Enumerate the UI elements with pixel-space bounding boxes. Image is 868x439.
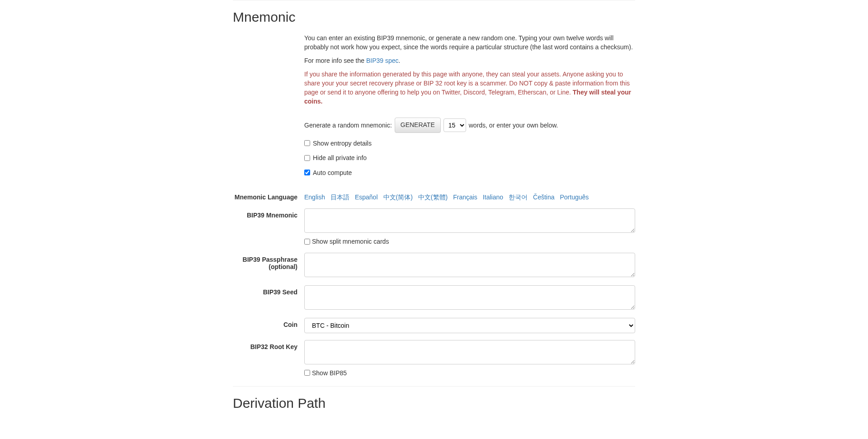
show-entropy-label-wrapper[interactable]: Show entropy details bbox=[304, 140, 372, 147]
more-info-prefix: For more info see the bbox=[304, 57, 366, 64]
coin-label: Coin bbox=[233, 318, 304, 328]
seed-input[interactable] bbox=[304, 285, 635, 310]
show-entropy-label: Show entropy details bbox=[313, 140, 372, 147]
show-entropy-checkbox[interactable] bbox=[304, 140, 310, 146]
seed-label: BIP39 Seed bbox=[233, 285, 304, 296]
derivation-heading: Derivation Path bbox=[233, 396, 635, 411]
generate-suffix: words, or enter your own below. bbox=[469, 122, 558, 129]
hide-private-checkbox[interactable] bbox=[304, 155, 310, 161]
bip39-mnemonic-input[interactable] bbox=[304, 208, 635, 233]
more-info-suffix: . bbox=[399, 57, 401, 64]
language-label: Mnemonic Language bbox=[233, 190, 304, 201]
generate-button[interactable]: GENERATE bbox=[395, 118, 441, 133]
language-link[interactable]: Italiano bbox=[483, 194, 503, 202]
languages-list: English 日本語 Español 中文(简体) 中文(繁體) França… bbox=[304, 190, 635, 202]
bip39-mnemonic-label: BIP39 Mnemonic bbox=[233, 208, 304, 219]
hide-private-label-wrapper[interactable]: Hide all private info bbox=[304, 154, 367, 161]
root-key-label: BIP32 Root Key bbox=[233, 340, 304, 350]
show-bip85-wrapper[interactable]: Show BIP85 bbox=[304, 369, 347, 377]
top-divider bbox=[233, 0, 635, 0]
language-link[interactable]: Português bbox=[560, 194, 589, 202]
passphrase-input[interactable] bbox=[304, 253, 635, 277]
generate-prefix: Generate a random mnemonic: bbox=[304, 122, 392, 129]
more-info-text: For more info see the BIP39 spec. bbox=[304, 57, 635, 66]
show-bip85-label: Show BIP85 bbox=[312, 369, 347, 377]
section-divider bbox=[233, 386, 635, 387]
auto-compute-checkbox[interactable] bbox=[304, 170, 310, 175]
bip39-spec-link[interactable]: BIP39 spec bbox=[366, 57, 399, 64]
language-link[interactable]: Español bbox=[355, 194, 378, 202]
show-bip85-checkbox[interactable] bbox=[304, 370, 310, 376]
hide-private-label: Hide all private info bbox=[313, 154, 367, 161]
passphrase-label: BIP39 Passphrase (optional) bbox=[233, 253, 304, 270]
show-split-cards-wrapper[interactable]: Show split mnemonic cards bbox=[304, 238, 389, 245]
language-link[interactable]: 한국어 bbox=[509, 194, 528, 202]
word-count-select[interactable]: 15 bbox=[443, 118, 466, 132]
auto-compute-label: Auto compute bbox=[313, 169, 352, 176]
coin-select[interactable]: BTC - Bitcoin bbox=[304, 318, 635, 333]
show-split-cards-checkbox[interactable] bbox=[304, 239, 310, 245]
language-link[interactable]: English bbox=[304, 194, 325, 202]
auto-compute-label-wrapper[interactable]: Auto compute bbox=[304, 169, 352, 176]
mnemonic-heading: Mnemonic bbox=[233, 9, 635, 25]
warning-text: If you share the information generated b… bbox=[304, 70, 635, 106]
language-link[interactable]: 中文(简体) bbox=[383, 194, 413, 202]
show-split-cards-label: Show split mnemonic cards bbox=[312, 238, 389, 245]
root-key-input[interactable] bbox=[304, 340, 635, 364]
intro-text: You can enter an existing BIP39 mnemonic… bbox=[304, 34, 635, 52]
language-link[interactable]: 日本語 bbox=[330, 194, 349, 202]
language-link[interactable]: Čeština bbox=[533, 194, 554, 202]
language-link[interactable]: Français bbox=[453, 194, 477, 202]
language-link[interactable]: 中文(繁體) bbox=[418, 194, 448, 202]
